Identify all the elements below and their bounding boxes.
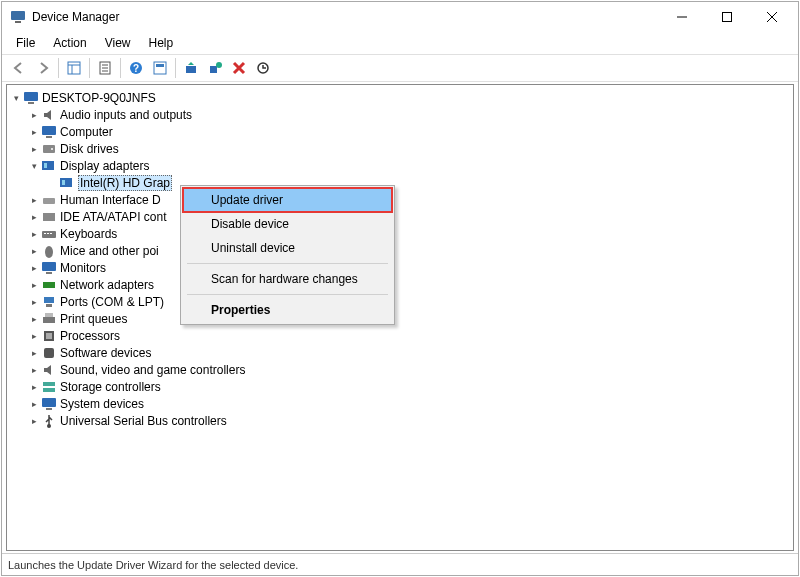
svg-rect-42	[46, 304, 52, 307]
context-disable-device[interactable]: Disable device	[183, 212, 392, 236]
svg-rect-31	[43, 198, 55, 204]
svg-point-26	[51, 148, 53, 150]
chevron-right-icon[interactable]: ▸	[27, 210, 41, 224]
chevron-right-icon[interactable]: ▸	[27, 295, 41, 309]
computer-icon	[41, 124, 57, 140]
tree-item-computer[interactable]: ▸Computer	[7, 123, 793, 140]
tree-item-usb[interactable]: ▸Universal Serial Bus controllers	[7, 412, 793, 429]
tree-item-display[interactable]: ▾Display adapters	[7, 157, 793, 174]
hid-icon	[41, 192, 57, 208]
maximize-button[interactable]	[704, 3, 749, 31]
forward-button[interactable]	[32, 57, 54, 79]
svg-rect-40	[43, 282, 55, 288]
chevron-right-icon[interactable]: ▸	[27, 244, 41, 258]
chevron-right-icon[interactable]: ▸	[27, 142, 41, 156]
tree-item-printqueues[interactable]: ▸Print queues	[7, 310, 793, 327]
svg-point-19	[216, 62, 222, 68]
chevron-right-icon[interactable]: ▸	[27, 278, 41, 292]
tree-root[interactable]: ▾ DESKTOP-9Q0JNFS	[7, 89, 793, 106]
close-button[interactable]	[749, 3, 794, 31]
svg-rect-39	[46, 272, 52, 274]
chevron-right-icon[interactable]: ▸	[27, 346, 41, 360]
chevron-right-icon[interactable]: ▸	[27, 397, 41, 411]
keyboard-icon	[41, 226, 57, 242]
tree-item-system[interactable]: ▸System devices	[7, 395, 793, 412]
svg-rect-34	[44, 233, 46, 234]
tree-item-keyboards[interactable]: ▸Keyboards	[7, 225, 793, 242]
tree-item-monitors[interactable]: ▸Monitors	[7, 259, 793, 276]
tree-item-intel-hd[interactable]: ▸Intel(R) HD Grap	[7, 174, 793, 191]
scan-hardware-button[interactable]	[252, 57, 274, 79]
menu-file[interactable]: File	[10, 34, 41, 52]
svg-rect-49	[43, 388, 55, 392]
svg-rect-43	[43, 317, 55, 323]
uninstall-button[interactable]	[204, 57, 226, 79]
chevron-right-icon[interactable]: ▸	[27, 261, 41, 275]
svg-rect-28	[44, 163, 47, 168]
properties-button[interactable]	[94, 57, 116, 79]
chevron-right-icon[interactable]: ▸	[27, 380, 41, 394]
svg-rect-6	[68, 62, 80, 74]
back-button[interactable]	[8, 57, 30, 79]
titlebar[interactable]: Device Manager	[2, 2, 798, 32]
tree-item-hid[interactable]: ▸Human Interface D	[7, 191, 793, 208]
tree-item-ide[interactable]: ▸IDE ATA/ATAPI cont	[7, 208, 793, 225]
software-device-icon	[41, 345, 57, 361]
chevron-right-icon[interactable]: ▸	[27, 227, 41, 241]
display-adapter-icon	[59, 175, 75, 191]
sound-icon	[41, 362, 57, 378]
minimize-button[interactable]	[659, 3, 704, 31]
chevron-right-icon[interactable]: ▸	[27, 414, 41, 428]
tree-item-processors[interactable]: ▸Processors	[7, 327, 793, 344]
menu-view[interactable]: View	[99, 34, 137, 52]
tree-item-sound[interactable]: ▸Sound, video and game controllers	[7, 361, 793, 378]
toolbar-separator	[175, 58, 176, 78]
svg-rect-0	[11, 11, 25, 20]
show-hide-tree-button[interactable]	[63, 57, 85, 79]
network-icon	[41, 277, 57, 293]
tree-item-mice[interactable]: ▸Mice and other poi	[7, 242, 793, 259]
disable-button[interactable]	[228, 57, 250, 79]
chevron-right-icon[interactable]: ▸	[27, 363, 41, 377]
audio-icon	[41, 107, 57, 123]
window-title: Device Manager	[32, 10, 659, 24]
context-uninstall-device[interactable]: Uninstall device	[183, 236, 392, 260]
tree-item-audio[interactable]: ▸Audio inputs and outputs	[7, 106, 793, 123]
tree-item-network[interactable]: ▸Network adapters	[7, 276, 793, 293]
tree-item-softwaredevices[interactable]: ▸Software devices	[7, 344, 793, 361]
svg-rect-17	[186, 66, 196, 73]
printer-icon	[41, 311, 57, 327]
disk-icon	[41, 141, 57, 157]
chevron-right-icon[interactable]: ▸	[27, 108, 41, 122]
device-tree[interactable]: ▾ DESKTOP-9Q0JNFS ▸Audio inputs and outp…	[6, 84, 794, 551]
update-driver-button[interactable]	[180, 57, 202, 79]
system-icon	[41, 396, 57, 412]
context-separator	[187, 263, 388, 264]
svg-rect-24	[46, 136, 52, 138]
toolbar-separator	[58, 58, 59, 78]
chevron-right-icon[interactable]: ▸	[27, 329, 41, 343]
chevron-right-icon[interactable]: ▸	[27, 193, 41, 207]
svg-rect-18	[210, 66, 217, 73]
context-update-driver[interactable]: Update driver	[183, 188, 392, 212]
device-manager-window: Device Manager File Action View Help ? ▾	[1, 1, 799, 576]
usb-icon	[41, 413, 57, 429]
tree-item-ports[interactable]: ▸Ports (COM & LPT)	[7, 293, 793, 310]
action-button[interactable]	[149, 57, 171, 79]
chevron-right-icon[interactable]: ▸	[27, 125, 41, 139]
menu-action[interactable]: Action	[47, 34, 92, 52]
menubar: File Action View Help	[2, 32, 798, 54]
menu-help[interactable]: Help	[143, 34, 180, 52]
chevron-down-icon[interactable]: ▾	[9, 91, 23, 105]
svg-rect-35	[47, 233, 49, 234]
tree-item-disk[interactable]: ▸Disk drives	[7, 140, 793, 157]
help-button[interactable]: ?	[125, 57, 147, 79]
chevron-down-icon[interactable]: ▾	[27, 159, 41, 173]
svg-rect-25	[43, 145, 55, 153]
context-properties[interactable]: Properties	[183, 298, 392, 322]
tree-item-storage[interactable]: ▸Storage controllers	[7, 378, 793, 395]
svg-rect-46	[46, 333, 52, 339]
chevron-right-icon[interactable]: ▸	[27, 312, 41, 326]
mouse-icon	[41, 243, 57, 259]
context-scan-hardware[interactable]: Scan for hardware changes	[183, 267, 392, 291]
